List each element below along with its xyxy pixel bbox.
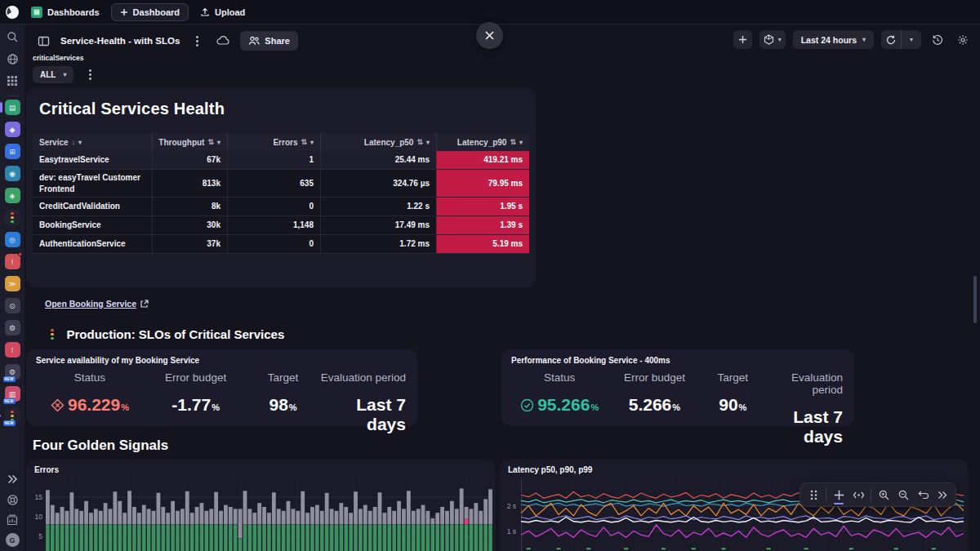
user-avatar[interactable]: G (6, 533, 20, 547)
errors-chart-tile[interactable]: Errors 15105 (26, 460, 496, 551)
traffic-light-icon (51, 329, 54, 340)
filter-kebab-icon[interactable] (81, 65, 99, 83)
close-button[interactable] (476, 22, 503, 49)
slo-status-unit: % (590, 402, 599, 412)
app-kubernetes[interactable]: ⊞ (5, 144, 20, 159)
column-header-latency_p90[interactable]: Latency_p90⇅▾ (436, 133, 529, 151)
document-header: Service-Health - with SLOs Share (34, 31, 298, 51)
app-services[interactable]: ◉ (5, 166, 20, 181)
add-tile-button[interactable] (733, 30, 752, 49)
column-menu-chevron-icon[interactable]: ▾ (426, 139, 430, 146)
table-row[interactable]: AuthenticationService37k01.72 ms5.19 ms (33, 235, 529, 254)
app-clouds[interactable]: ◆ (5, 122, 20, 137)
zoom-select-button[interactable] (829, 484, 849, 505)
settings-button[interactable] (954, 31, 972, 49)
slo-status-critical-icon (51, 398, 65, 412)
slo-target-unit: % (289, 402, 297, 412)
sort-icon[interactable]: ⇅ (510, 138, 516, 146)
explore-hub-icon[interactable] (5, 51, 20, 66)
y-axis-tick: 5 (29, 532, 42, 540)
nav-dashboards[interactable]: ▤ Dashboards (31, 7, 100, 18)
slo-errorbudget-header: Error budget (144, 371, 247, 384)
link-label[interactable]: Open Booking Service (45, 299, 136, 309)
errors-chart-svg[interactable] (46, 478, 493, 551)
table-row[interactable]: CreditCardValidation8k01.22 s1.95 s (33, 198, 529, 216)
app-dashboards[interactable]: ▤ (5, 100, 20, 115)
share-button[interactable]: Share (240, 31, 298, 51)
slo-card-title: Performance of Booking Service - 400ms (511, 356, 844, 365)
column-menu-chevron-icon[interactable]: ▾ (217, 139, 220, 146)
column-menu-chevron-icon[interactable]: ▾ (310, 139, 314, 146)
dashboard-menu-kebab-icon[interactable] (188, 32, 206, 50)
y-axis-tick: 15 (29, 493, 42, 501)
drag-handle-icon[interactable] (804, 484, 823, 505)
app-automations[interactable]: ⚙ (5, 320, 20, 335)
app-alerts[interactable]: ! (5, 342, 20, 358)
refresh-options-button[interactable]: ▾ (902, 30, 921, 49)
app-launchpads[interactable]: ≫ (5, 276, 20, 291)
refresh-button[interactable] (881, 30, 901, 49)
new-dashboard-button[interactable]: Dashboard (111, 3, 189, 21)
app-synthetic[interactable]: ◎ (5, 232, 20, 247)
latency-chart-tile[interactable]: Latency p50, p90, p99 2 s1 s (500, 460, 968, 551)
app-settings-new[interactable]: ⚙NEW (5, 364, 20, 380)
share-label: Share (265, 36, 290, 46)
help-lifebuoy-icon[interactable] (5, 492, 20, 507)
table-title: Critical Services Health (39, 100, 225, 118)
y-axis-tick: 2 s (503, 502, 516, 510)
toolbar-divider (826, 488, 826, 501)
cell-errors: 1 (227, 151, 320, 169)
app-infra-ops[interactable]: ◈ (5, 188, 20, 203)
sort-icon[interactable]: ↓ (72, 138, 76, 146)
cell-service: AuthenticationService (33, 235, 152, 253)
cell-throughput: 8k (152, 198, 227, 216)
expand-sidebar-icon[interactable] (5, 472, 20, 487)
table-row[interactable]: dev: easyTravel Customer Frontend813k635… (33, 170, 529, 198)
plus-icon (120, 8, 128, 16)
history-button[interactable] (929, 31, 947, 49)
zoom-out-button[interactable] (893, 484, 913, 505)
upload-button[interactable]: Upload (200, 7, 245, 17)
slo-target-header: Target (702, 371, 765, 384)
app-sidebar: ▤◆⊞◉◈◎!≫⊙⚙!⚙NEW▥NEWNEW G (0, 24, 24, 551)
sort-icon[interactable]: ⇅ (207, 138, 214, 146)
column-header-errors[interactable]: Errors⇅▾ (227, 133, 320, 151)
slo-card-performance[interactable]: Performance of Booking Service - 400ms S… (501, 349, 854, 426)
column-header-service[interactable]: Service↓▾ (33, 133, 152, 151)
environment-selector-button[interactable]: ▾ (760, 30, 786, 49)
column-header-throughput[interactable]: Throughput⇅▾ (152, 133, 227, 151)
app-site-reliability[interactable] (5, 210, 20, 225)
table-row[interactable]: BookingService30k1,14817.49 ms1.39 s (33, 216, 529, 235)
pan-horizontal-button[interactable] (849, 484, 868, 505)
time-range-value: Last 24 hours (801, 35, 857, 45)
cell-throughput: 37k (152, 235, 227, 253)
column-header-latency_p50[interactable]: Latency_p50⇅▾ (320, 133, 436, 151)
slo-status-ok-icon (520, 398, 534, 412)
zoom-in-button[interactable] (874, 484, 893, 505)
app-slo-new[interactable]: NEW (5, 408, 20, 424)
open-booking-service-link[interactable]: Open Booking Service (45, 299, 149, 309)
time-range-selector[interactable]: Last 24 hours ▾ (793, 30, 874, 49)
apps-grid-icon[interactable] (5, 73, 20, 88)
sort-icon[interactable]: ⇅ (416, 138, 423, 146)
cell-latency_p50: 1.72 ms (320, 235, 436, 253)
new-badge: NEW (3, 420, 16, 426)
header-actions: ▾ Last 24 hours ▾ ▾ (733, 30, 972, 49)
sort-icon[interactable]: ⇅ (301, 138, 307, 146)
search-icon[interactable] (5, 29, 20, 44)
sidebar-app-list: ▤◆⊞◉◈◎!≫⊙⚙!⚙NEW▥NEWNEW (0, 100, 24, 424)
table-row[interactable]: EasytravelService67k125.44 ms419.21 ms (33, 151, 529, 170)
sync-status-cloud-icon[interactable] (214, 32, 232, 50)
column-menu-chevron-icon[interactable]: ▾ (519, 139, 523, 146)
vertical-scrollbar-thumb[interactable] (973, 276, 977, 323)
critical-services-filter-dropdown[interactable]: ALL ▾ (33, 66, 74, 83)
monitoring-report-icon[interactable] (5, 513, 20, 527)
column-menu-chevron-icon[interactable]: ▾ (78, 139, 82, 146)
app-problems[interactable]: ! (5, 254, 20, 269)
app-davis-copilot[interactable]: ⊙ (5, 298, 20, 313)
undo-zoom-button[interactable] (913, 484, 933, 505)
app-bizevents-new[interactable]: ▥NEW (5, 386, 20, 402)
dynatrace-logo-icon[interactable] (5, 5, 20, 20)
slo-card-availability[interactable]: Service availability of my Booking Servi… (26, 349, 417, 426)
more-tools-button[interactable] (933, 484, 952, 505)
